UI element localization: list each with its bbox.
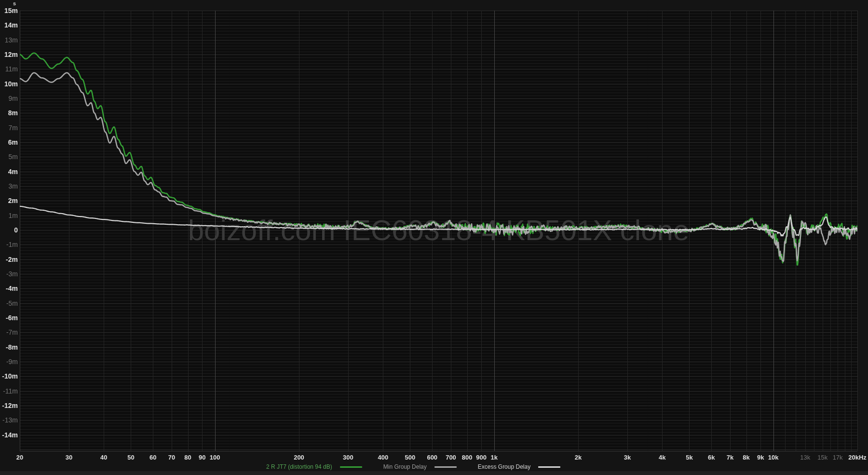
x-tick-label: 4k xyxy=(659,454,665,461)
x-tick-label: 10k xyxy=(768,454,779,461)
legend-line-swatch xyxy=(538,466,560,468)
x-tick-label: 40 xyxy=(100,454,107,461)
y-tick-label: -10m xyxy=(0,372,18,380)
x-tick-label: 13k xyxy=(800,454,810,461)
legend-line-swatch xyxy=(340,466,362,468)
y-tick-label: -7m xyxy=(0,328,18,336)
legend-line-swatch xyxy=(434,466,457,468)
x-tick-label: 17k xyxy=(833,454,843,461)
x-tick-label: 70 xyxy=(168,454,175,461)
legend-label: Min Group Delay xyxy=(383,462,427,471)
x-tick-label: 60 xyxy=(149,454,156,461)
x-tick-label: 3k xyxy=(624,454,631,461)
x-tick-label: 20kHz xyxy=(848,454,867,461)
y-tick-label: 11m xyxy=(0,65,18,73)
legend-item[interactable]: Min Group Delay xyxy=(383,462,457,471)
y-tick-label: 15m xyxy=(0,7,18,14)
x-tick-label: 600 xyxy=(427,454,437,461)
y-tick-label: 14m xyxy=(0,21,18,29)
y-tick-label: 12m xyxy=(0,51,18,58)
x-tick-label: 6k xyxy=(708,454,715,461)
chart-legend: 2 R JT7 (distortion 94 dB)Min Group Dela… xyxy=(266,462,560,471)
y-tick-label: 9m xyxy=(0,95,18,102)
y-tick-label: 6m xyxy=(0,138,18,146)
y-axis-unit-label: s xyxy=(11,0,18,7)
y-tick-label: -1m xyxy=(0,241,18,248)
x-tick-label: 5k xyxy=(686,454,692,461)
x-tick-label: 7k xyxy=(727,454,733,461)
group-delay-chart-screen: boizoff.com IEC60318-4 KB501X clone s 15… xyxy=(0,0,868,475)
x-tick-label: 90 xyxy=(199,454,205,461)
y-tick-label: -13m xyxy=(0,416,18,424)
y-tick-label: 10m xyxy=(0,80,18,88)
legend-item[interactable]: 2 R JT7 (distortion 94 dB) xyxy=(266,462,362,471)
y-tick-label: -12m xyxy=(0,402,18,409)
x-tick-label: 80 xyxy=(184,454,191,461)
y-tick-label: 7m xyxy=(0,124,18,132)
x-tick-label: 700 xyxy=(446,454,456,461)
legend-label: 2 R JT7 (distortion 94 dB) xyxy=(266,462,332,471)
legend-item[interactable]: Excess Group Delay xyxy=(478,462,560,471)
x-tick-label: 9k xyxy=(757,454,764,461)
y-tick-label: -14m xyxy=(0,431,18,439)
x-tick-label: 800 xyxy=(462,454,473,461)
y-tick-label: -8m xyxy=(0,343,18,351)
chart-curves-canvas[interactable] xyxy=(0,0,868,475)
y-tick-label: 8m xyxy=(0,109,18,117)
x-tick-label: 300 xyxy=(343,454,353,461)
y-tick-label: -3m xyxy=(0,270,18,278)
x-tick-label: 900 xyxy=(476,454,487,461)
y-tick-label: 4m xyxy=(0,168,18,176)
x-tick-label: 15k xyxy=(817,454,827,461)
y-tick-label: 2m xyxy=(0,197,18,204)
y-tick-label: -5m xyxy=(0,299,18,307)
x-tick-label: 8k xyxy=(743,454,749,461)
y-tick-label: 0 xyxy=(0,226,18,234)
x-tick-label: 500 xyxy=(405,454,416,461)
y-tick-label: 13m xyxy=(0,36,18,44)
y-tick-label: 5m xyxy=(0,153,18,161)
y-tick-label: -11m xyxy=(0,387,18,395)
y-tick-label: 3m xyxy=(0,182,18,190)
y-tick-label: -9m xyxy=(0,358,18,366)
x-tick-label: 30 xyxy=(66,454,72,461)
x-tick-label: 1k xyxy=(490,454,497,461)
x-tick-label: 20 xyxy=(16,454,23,461)
x-tick-label: 400 xyxy=(378,454,388,461)
y-tick-label: -6m xyxy=(0,314,18,322)
y-tick-label: -4m xyxy=(0,285,18,292)
y-tick-label: 1m xyxy=(0,212,18,219)
x-tick-label: 2k xyxy=(575,454,582,461)
y-tick-label: -2m xyxy=(0,256,18,263)
legend-label: Excess Group Delay xyxy=(478,462,530,471)
x-tick-label: 50 xyxy=(127,454,134,461)
x-tick-label: 200 xyxy=(294,454,304,461)
x-tick-label: 100 xyxy=(210,454,220,461)
